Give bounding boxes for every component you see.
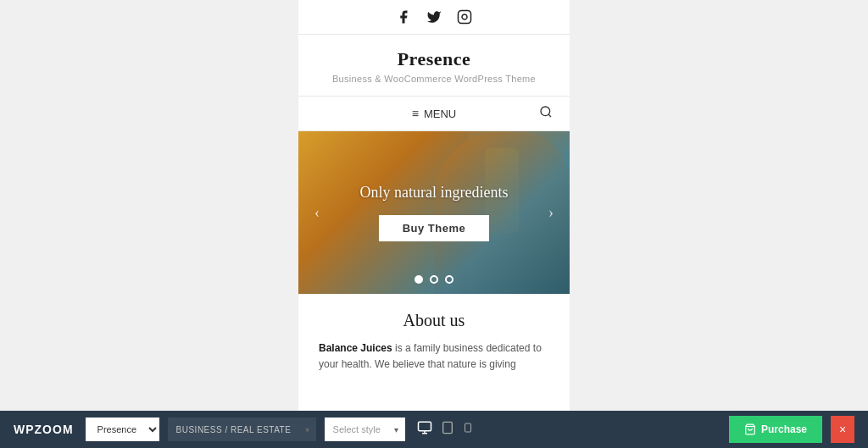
slider-dot-1[interactable]: [415, 275, 423, 284]
purchase-icon: [744, 423, 756, 435]
hero-slider: ‹ › Only natural ingredients Buy Theme: [298, 131, 570, 294]
svg-point-2: [541, 107, 550, 116]
purchase-button[interactable]: Purchase: [729, 416, 822, 443]
slider-next-button[interactable]: ›: [539, 201, 563, 224]
slider-prev-button[interactable]: ‹: [305, 201, 329, 224]
site-title: Presence: [315, 48, 553, 70]
tablet-icon[interactable]: [441, 420, 454, 439]
menu-bar: ≡ MENU: [298, 97, 570, 131]
wpzoom-logo: WPZOOM: [14, 423, 74, 436]
about-section: About us Balance Juices is a family busi…: [298, 294, 570, 386]
social-bar: [298, 0, 570, 35]
hero-title: Only natural ingredients: [360, 184, 509, 202]
mobile-icon[interactable]: [463, 420, 473, 439]
search-icon[interactable]: [539, 105, 553, 122]
about-text-bold: Balance Juices: [319, 342, 392, 354]
close-button[interactable]: ×: [831, 416, 854, 443]
bottom-bar: WPZOOM Presence BUSINESS / REAL ESTATE B…: [0, 411, 868, 448]
style-selector-container: Select style Default Dark Light ▾: [325, 418, 405, 441]
site-title-section: Presence Business & WooCommerce WordPres…: [298, 35, 570, 97]
svg-rect-4: [418, 422, 431, 431]
hero-content: Only natural ingredients Buy Theme: [298, 131, 570, 294]
category-selector-container: BUSINESS / REAL ESTATE BLOG PORTFOLIO ▾: [168, 418, 316, 441]
hamburger-icon: ≡: [412, 107, 419, 120]
svg-line-3: [548, 114, 551, 117]
category-dropdown[interactable]: BUSINESS / REAL ESTATE BLOG PORTFOLIO: [168, 418, 316, 441]
slider-dots: [298, 275, 570, 284]
facebook-icon[interactable]: [395, 8, 412, 25]
center-panel: Presence Business & WooCommerce WordPres…: [298, 0, 570, 411]
style-selector[interactable]: Select style Default Dark Light: [325, 418, 405, 441]
device-icons: [417, 420, 473, 439]
svg-rect-0: [459, 11, 471, 24]
slider-dot-2[interactable]: [430, 275, 438, 284]
purchase-label: Purchase: [761, 423, 807, 435]
about-text: Balance Juices is a family business dedi…: [319, 340, 549, 373]
theme-selector[interactable]: Presence: [86, 418, 159, 441]
desktop-icon[interactable]: [417, 420, 432, 439]
twitter-icon[interactable]: [426, 8, 442, 25]
buy-theme-button[interactable]: Buy Theme: [379, 215, 490, 241]
site-subtitle: Business & WooCommerce WordPress Theme: [315, 74, 553, 84]
main-area: Presence Business & WooCommerce WordPres…: [0, 0, 868, 411]
menu-toggle[interactable]: ≡ MENU: [412, 107, 456, 120]
instagram-icon[interactable]: [456, 8, 473, 25]
slider-dot-3[interactable]: [445, 275, 453, 284]
about-title: About us: [319, 311, 549, 330]
menu-label-text: MENU: [424, 108, 456, 120]
